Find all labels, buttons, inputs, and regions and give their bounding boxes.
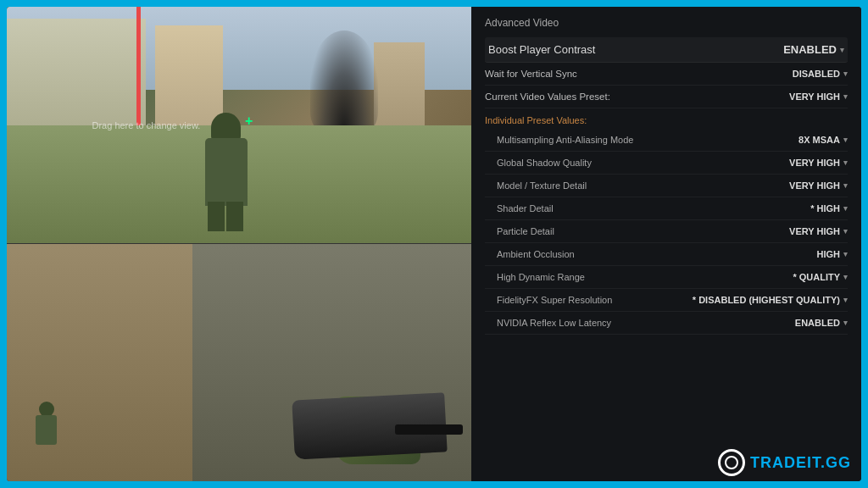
game-viewport: Drag here to change view.	[7, 7, 471, 481]
setting-row: FidelityFX Super Resolution* DISABLED (H…	[485, 289, 848, 312]
setting-value-text: VERY HIGH	[789, 226, 840, 236]
setting-value-text: HIGH	[817, 249, 841, 259]
setting-row: Multisampling Anti-Aliasing Mode8X MSAA▾	[485, 129, 848, 152]
setting-value-text: ENABLED	[795, 318, 840, 328]
setting-value[interactable]: VERY HIGH▾	[789, 92, 848, 102]
setting-row: Ambient OcclusionHIGH▾	[485, 243, 848, 266]
setting-value-text: * DISABLED (HIGHEST QUALITY)	[693, 295, 840, 305]
setting-label: Model / Texture Detail	[485, 180, 587, 191]
setting-label: Boost Player Contrast	[488, 43, 595, 56]
chevron-down-icon: ▾	[843, 69, 848, 78]
setting-value-text: DISABLED	[793, 69, 840, 79]
setting-label: Multisampling Anti-Aliasing Mode	[485, 135, 633, 145]
setting-row: Shader Detail* HIGH▾	[485, 197, 848, 220]
tradeit-logo: TRADEIT.GG	[718, 449, 851, 476]
subsection-label: Individual Preset Values:	[485, 115, 848, 125]
chevron-down-icon: ▾	[843, 181, 848, 190]
setting-row: Wait for Vertical SyncDISABLED▾	[485, 63, 848, 86]
logo-icon	[718, 449, 745, 476]
setting-label: NVIDIA Reflex Low Latency	[485, 318, 611, 328]
crosshair	[248, 120, 260, 132]
setting-value[interactable]: 8X MSAA▾	[798, 135, 848, 145]
setting-row: Boost Player ContrastENABLED▾	[485, 37, 848, 63]
setting-value[interactable]: HIGH▾	[817, 249, 849, 259]
setting-label: Particle Detail	[485, 226, 554, 236]
setting-value-text: * QUALITY	[793, 272, 840, 282]
game-bottom-view	[7, 244, 471, 481]
setting-value[interactable]: * QUALITY▾	[793, 272, 848, 282]
chevron-down-icon: ▾	[840, 46, 844, 54]
setting-row: Particle DetailVERY HIGH▾	[485, 220, 848, 243]
setting-row: Current Video Values Preset:VERY HIGH▾	[485, 86, 848, 108]
chevron-down-icon: ▾	[843, 136, 848, 144]
chevron-down-icon: ▾	[843, 227, 848, 236]
setting-value-text: VERY HIGH	[789, 92, 840, 102]
setting-value-text: 8X MSAA	[798, 135, 840, 145]
chevron-down-icon: ▾	[843, 92, 848, 101]
drag-hint: Drag here to change view.	[92, 120, 200, 130]
chevron-down-icon: ▾	[843, 204, 848, 213]
chevron-down-icon: ▾	[843, 319, 848, 327]
game-top-view: Drag here to change view.	[7, 7, 471, 244]
setting-label: High Dynamic Range	[485, 272, 585, 282]
setting-label: Current Video Values Preset:	[485, 92, 610, 102]
setting-row: Model / Texture DetailVERY HIGH▾	[485, 175, 848, 197]
chevron-down-icon: ▾	[843, 296, 848, 304]
settings-panel: Advanced Video Boost Player ContrastENAB…	[471, 7, 861, 481]
setting-label: FidelityFX Super Resolution	[485, 295, 612, 305]
setting-value[interactable]: ENABLED▾	[783, 43, 844, 56]
setting-value[interactable]: ENABLED▾	[795, 318, 848, 328]
setting-value[interactable]: VERY HIGH▾	[789, 158, 848, 168]
setting-row: High Dynamic Range* QUALITY▾	[485, 266, 848, 289]
chevron-down-icon: ▾	[843, 158, 848, 167]
setting-row: NVIDIA Reflex Low LatencyENABLED▾	[485, 312, 848, 335]
soldier-small	[30, 398, 64, 458]
section-title: Advanced Video	[485, 17, 848, 29]
setting-label: Wait for Vertical Sync	[485, 69, 577, 79]
setting-value-text: VERY HIGH	[789, 158, 840, 168]
setting-value[interactable]: VERY HIGH▾	[789, 226, 848, 236]
setting-value[interactable]: * HIGH▾	[810, 203, 848, 214]
chevron-down-icon: ▾	[843, 250, 848, 258]
setting-label: Ambient Occlusion	[485, 249, 575, 259]
setting-value[interactable]: VERY HIGH▾	[789, 180, 848, 191]
setting-value-text: * HIGH	[810, 203, 840, 214]
setting-label: Global Shadow Quality	[485, 158, 592, 168]
chevron-down-icon: ▾	[843, 273, 848, 281]
setting-row: Global Shadow QualityVERY HIGH▾	[485, 152, 848, 175]
setting-value[interactable]: * DISABLED (HIGHEST QUALITY)▾	[693, 295, 848, 305]
setting-label: Shader Detail	[485, 203, 554, 214]
setting-value-text: ENABLED	[783, 43, 837, 56]
logo-text: TRADEIT.GG	[750, 454, 851, 472]
setting-value-text: VERY HIGH	[789, 180, 840, 191]
setting-value[interactable]: DISABLED▾	[793, 69, 848, 79]
